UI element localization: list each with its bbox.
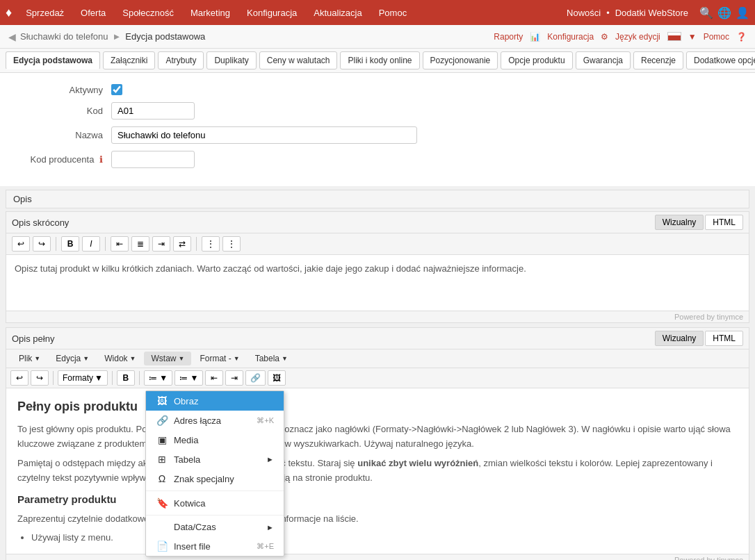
addons-link[interactable]: Dodatki WebStore [615, 8, 688, 18]
align-right-1[interactable]: ⇥ [152, 236, 170, 252]
back-button[interactable]: ◀ [8, 31, 16, 42]
full-desc-heading: Pełny opis produktu [17, 397, 738, 417]
plik-caret: ▼ [34, 355, 40, 362]
help-icon: ❓ [736, 32, 747, 42]
sep6 [139, 371, 140, 385]
full-editor-content[interactable]: Pełny opis produktu To jest główny opis … [6, 388, 749, 554]
nav-oferta[interactable]: Oferta [72, 3, 114, 22]
formaty-dropdown[interactable]: Formaty ▼ [58, 370, 108, 386]
sep1 [56, 237, 56, 251]
tab-opcje-produktu[interactable]: Opcje produktu [501, 51, 572, 69]
wstaw-caret: ▼ [178, 355, 184, 362]
media-label: Media [174, 435, 198, 445]
image-btn[interactable]: 🖼 [268, 370, 286, 386]
wizualny-btn-1[interactable]: Wizualny [655, 215, 704, 230]
lang-caret[interactable]: ▼ [688, 32, 697, 42]
tab-recenzje[interactable]: Recenzje [633, 51, 683, 69]
tab-duplikaty[interactable]: Duplikaty [206, 51, 256, 69]
align-center-1[interactable]: ≣ [131, 236, 149, 252]
opis-skrocony-content[interactable]: Opisz tutaj produkt w kilku krótkich zda… [6, 255, 749, 311]
top-icons: 🔍 🌐 👤 [699, 6, 749, 19]
undo-btn-2[interactable]: ↩ [10, 370, 29, 386]
insert-tabela[interactable]: ⊞ Tabela ► [146, 450, 284, 469]
outdent-btn[interactable]: ⇤ [205, 370, 223, 386]
menu-tabela[interactable]: Tabela ▼ [248, 352, 295, 365]
bullet-list-1[interactable]: ⋮ [202, 236, 220, 252]
sep-dropdown-1 [146, 491, 284, 491]
nav-spolecznosc[interactable]: Społeczność [114, 3, 182, 22]
insert-file-label: Insert file [174, 541, 211, 552]
info-icon: ℹ [99, 154, 103, 165]
tab-ceny-walutach[interactable]: Ceny w walutach [259, 51, 338, 69]
insert-znak-specjalny[interactable]: Ω Znak specjalny [146, 469, 284, 488]
news-link[interactable]: Nowości [567, 8, 601, 18]
reports-link[interactable]: Raporty [494, 32, 523, 42]
nav-pomoc[interactable]: Pomoc [371, 3, 415, 22]
redo-btn-2[interactable]: ↪ [31, 370, 49, 386]
tab-pozycjonowanie[interactable]: Pozycjonowanie [423, 51, 498, 69]
file-icon: 📄 [156, 541, 168, 552]
help-link[interactable]: Pomoc [704, 32, 729, 42]
italic-btn-1[interactable]: I [82, 236, 100, 252]
breadcrumb-parent[interactable]: Słuchawki do telefonu [20, 31, 108, 42]
kod-producenta-input[interactable] [111, 151, 195, 168]
format-caret: ▼ [234, 355, 240, 362]
lang-flag[interactable] [667, 32, 681, 41]
full-desc-list: Używaj listy z menu. [31, 531, 738, 545]
nazwa-row: Nazwa [14, 126, 741, 144]
nazwa-input[interactable] [111, 126, 417, 144]
nav-sprzedaz[interactable]: Sprzedaż [17, 3, 72, 22]
tab-gwarancja[interactable]: Gwarancja [576, 51, 631, 69]
menu-edycja[interactable]: Edycja ▼ [49, 352, 96, 365]
menu-wstaw[interactable]: Wstaw ▼ [144, 352, 191, 365]
globe-icon[interactable]: 🌐 [717, 6, 731, 19]
kotwica-icon: 🔖 [156, 497, 168, 509]
bold-btn-2[interactable]: B [117, 370, 135, 386]
numbered-list-2[interactable]: ≔ ▼ [174, 370, 203, 386]
html-btn-2[interactable]: HTML [705, 331, 743, 346]
kod-input[interactable] [111, 102, 195, 120]
numbered-list-1[interactable]: ⋮ [222, 236, 241, 252]
tab-atrybuty[interactable]: Atrybuty [158, 51, 204, 69]
link-btn[interactable]: 🔗 [245, 370, 266, 386]
align-justify-1[interactable]: ⇄ [173, 236, 191, 252]
form-section: Aktywny Kod Nazwa Kod producenta ℹ [0, 73, 755, 187]
user-icon[interactable]: 👤 [736, 6, 749, 19]
opis-skrocony-editor: Opis skrócony Wizualny HTML ↩ ↪ B I ⇤ ≣ … [6, 211, 749, 323]
menu-widok[interactable]: Widok ▼ [97, 352, 143, 365]
config-link[interactable]: Konfiguracja [547, 32, 594, 42]
menu-plik[interactable]: Plik ▼ [12, 352, 47, 365]
insert-obraz[interactable]: 🖼 Obraz [146, 391, 284, 411]
aktywny-checkbox[interactable] [111, 84, 122, 95]
top-navigation: ♦ Sprzedaż Oferta Społeczność Marketing … [0, 0, 755, 25]
nav-marketing[interactable]: Marketing [182, 3, 238, 22]
insert-media[interactable]: ▣ Media [146, 430, 284, 450]
nav-konfiguracja[interactable]: Konfiguracja [238, 3, 305, 22]
wizualny-btn-2[interactable]: Wizualny [655, 331, 704, 346]
bullet-list-2[interactable]: ≔ ▼ [144, 370, 172, 386]
tab-dodatkowe-opcje[interactable]: Dodatkowe opcje [686, 51, 755, 69]
sep4 [53, 371, 54, 385]
html-btn-1[interactable]: HTML [705, 215, 743, 230]
insert-adres-lacza[interactable]: 🔗 Adres łącza ⌘+K [146, 411, 284, 430]
bold-btn-1[interactable]: B [61, 236, 79, 252]
logo[interactable]: ♦ [6, 6, 12, 20]
insert-data-czas[interactable]: Data/Czas ► [146, 518, 284, 536]
tabela-label: Tabela [174, 454, 200, 465]
obraz-label: Obraz [174, 396, 198, 406]
search-icon[interactable]: 🔍 [699, 6, 713, 19]
media-icon: ▣ [156, 434, 168, 445]
nav-aktualizacja[interactable]: Aktualizacja [305, 3, 370, 22]
tab-pliki-kody[interactable]: Pliki i kody online [340, 51, 419, 69]
breadcrumb-separator: ► [112, 31, 121, 42]
tab-edycja-podstawowa[interactable]: Edycja podstawowa [6, 51, 100, 69]
sep5 [112, 371, 113, 385]
redo-btn-1[interactable]: ↪ [33, 236, 51, 252]
tab-zalaczniki[interactable]: Załączniki [103, 51, 155, 69]
undo-btn-1[interactable]: ↩ [12, 236, 30, 252]
align-left-1[interactable]: ⇤ [111, 236, 129, 252]
menu-format[interactable]: Format - ▼ [193, 352, 246, 365]
insert-kotwica[interactable]: 🔖 Kotwica [146, 493, 284, 513]
insert-file[interactable]: 📄 Insert file ⌘+E [146, 536, 284, 556]
indent-btn[interactable]: ⇥ [225, 370, 243, 386]
